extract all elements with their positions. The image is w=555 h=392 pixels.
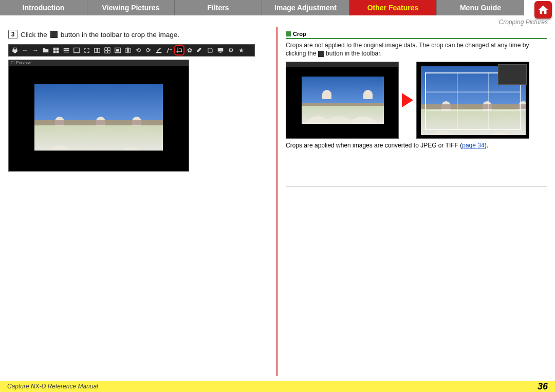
breadcrumb: Cropping Pictures — [0, 15, 555, 27]
crop-note-body: Crops are not applied to the original im… — [286, 41, 547, 58]
monitor-icon[interactable] — [216, 46, 225, 54]
tab-introduction[interactable]: Introduction — [0, 0, 87, 15]
tab-filters[interactable]: Filters — [175, 0, 262, 15]
retouch-icon[interactable] — [196, 46, 204, 54]
preview-image — [34, 84, 163, 151]
fit-window-icon[interactable] — [114, 46, 122, 54]
two-up-icon[interactable] — [93, 46, 101, 54]
before-after-row — [286, 62, 547, 139]
thumb-list-icon[interactable] — [62, 46, 70, 54]
prefs-icon[interactable]: ⚙ — [227, 46, 235, 54]
footer-title: Capture NX-D Reference Manual — [7, 383, 98, 390]
tab-image-adjustment[interactable]: Image Adjustment — [262, 0, 349, 15]
fullscreen-icon[interactable] — [83, 46, 91, 54]
note-body-after: button in the toolbar. — [326, 50, 382, 57]
preview-titlebar: ▢ Preview — [9, 60, 189, 66]
apply-note: Crops are applied when images are conver… — [286, 142, 547, 149]
note-title: Crop — [293, 31, 306, 37]
home-button[interactable] — [534, 1, 552, 18]
preview-window: ▢ Preview — [8, 60, 189, 172]
crop-button[interactable] — [175, 46, 183, 54]
rotate-ccw-icon[interactable]: ⟲ — [134, 46, 142, 54]
four-up-icon[interactable] — [103, 46, 112, 54]
forward-icon[interactable]: → — [31, 46, 40, 54]
app-toolbar: ← → ⟲ ⟳ ✿ ⚙ ★ — [8, 44, 255, 57]
rotate-cw-icon[interactable]: ⟳ — [144, 46, 153, 54]
single-view-icon[interactable] — [72, 46, 81, 54]
plugin-icon[interactable]: ✿ — [186, 46, 194, 54]
print-icon[interactable] — [11, 46, 19, 54]
arrow-right-icon — [402, 93, 413, 107]
open-folder-icon[interactable] — [42, 46, 50, 54]
straighten-icon[interactable] — [155, 46, 163, 54]
footer: Capture NX-D Reference Manual 36 — [0, 381, 555, 392]
home-icon — [538, 4, 549, 15]
gray-point-icon[interactable] — [165, 46, 173, 54]
divider — [286, 186, 547, 186]
back-icon[interactable]: ← — [21, 46, 29, 54]
tab-other-features[interactable]: Other Features — [349, 0, 437, 15]
tab-menu-guide[interactable]: Menu Guide — [437, 0, 524, 15]
crop-icon — [50, 31, 58, 38]
note-bullet-icon — [286, 31, 291, 36]
compare-icon[interactable] — [124, 46, 132, 54]
step-number: 3 — [8, 30, 17, 39]
crop-icon — [318, 51, 324, 57]
crop-panel — [498, 64, 527, 85]
grid-view-icon[interactable] — [52, 46, 60, 54]
convert-icon[interactable] — [206, 46, 214, 54]
step-instruction: 3 Click the button in the toolbar to cro… — [8, 30, 268, 39]
page-number: 36 — [538, 381, 548, 392]
top-tabs: Introduction Viewing Pictures Filters Im… — [0, 0, 555, 15]
page-link[interactable]: page 34 — [462, 142, 484, 149]
step-text-after: button in the toolbar to crop the image. — [61, 31, 179, 39]
star-icon[interactable]: ★ — [237, 46, 245, 54]
step-text-before: Click the — [21, 31, 47, 39]
thumb-after — [416, 62, 529, 139]
thumb-before — [286, 62, 399, 139]
crop-note-heading: Crop — [286, 31, 547, 39]
apply-note-text: Crops are applied when images are conver… — [286, 142, 462, 149]
tab-viewing-pictures[interactable]: Viewing Pictures — [87, 0, 175, 15]
apply-note-close: ). — [485, 142, 488, 149]
